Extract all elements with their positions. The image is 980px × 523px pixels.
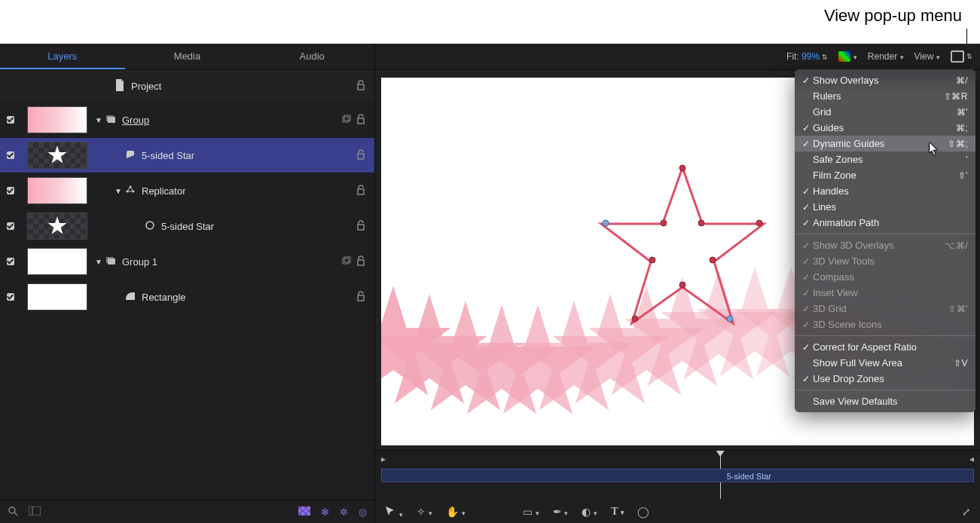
layer-row-group[interactable]: ▼Group bbox=[0, 102, 374, 138]
out-marker-icon[interactable]: ◂ bbox=[969, 454, 974, 464]
gear-icon[interactable]: ✻ bbox=[321, 506, 329, 518]
menu-item-label: Use Drop Zones bbox=[813, 373, 968, 384]
view-options-popup[interactable]: ⇅ bbox=[951, 50, 972, 63]
render-popup[interactable]: Render ▾ bbox=[868, 51, 904, 62]
menu-item-lines[interactable]: ✓Lines bbox=[795, 199, 975, 215]
disclosure-triangle-icon[interactable]: ▼ bbox=[93, 116, 104, 124]
svg-rect-20 bbox=[307, 509, 310, 512]
select-tool-icon[interactable]: ▾ bbox=[384, 505, 403, 519]
menu-item-label: Show Full View Area bbox=[813, 357, 954, 369]
enable-checkbox[interactable] bbox=[0, 290, 21, 304]
menu-item-safe-zones[interactable]: Safe Zones' bbox=[795, 151, 975, 167]
pan-tool-icon[interactable]: ✋ ▾ bbox=[446, 506, 466, 518]
control-point[interactable] bbox=[649, 257, 656, 264]
menu-item-grid[interactable]: Grid⌘' bbox=[795, 104, 975, 120]
menu-item-save-view-defaults[interactable]: Save View Defaults bbox=[795, 393, 975, 409]
lock-icon[interactable] bbox=[353, 291, 368, 304]
project-label: Project bbox=[131, 81, 353, 92]
menu-item-label: 3D Grid bbox=[813, 303, 948, 314]
gear-icon-2[interactable]: ✲ bbox=[340, 506, 348, 518]
layer-row-replicator[interactable]: ▼Replicator bbox=[0, 173, 374, 209]
layer-row-star-source[interactable]: 5-sided Star bbox=[0, 209, 374, 244]
lock-icon[interactable] bbox=[353, 80, 368, 93]
disclosure-triangle-icon[interactable]: ▼ bbox=[93, 258, 104, 266]
mask-tool-icon[interactable]: ◐ ▾ bbox=[582, 506, 597, 518]
menu-item-handles[interactable]: ✓Handles bbox=[795, 183, 975, 199]
checkmark-icon: ✓ bbox=[799, 320, 813, 330]
chevron-updown-icon: ⇅ bbox=[966, 53, 972, 60]
tab-audio[interactable]: Audio bbox=[249, 44, 374, 69]
pass-through-icon[interactable] bbox=[340, 115, 353, 125]
pass-through-icon[interactable] bbox=[340, 256, 353, 267]
enable-checkbox[interactable] bbox=[0, 113, 21, 127]
layer-row-project[interactable]: Project bbox=[0, 70, 374, 102]
in-marker-icon[interactable]: ▸ bbox=[381, 454, 386, 464]
lock-icon[interactable] bbox=[353, 185, 368, 197]
svg-rect-21 bbox=[298, 512, 301, 515]
menu-item-rulers[interactable]: Rulers⇧⌘R bbox=[795, 88, 975, 104]
menu-item-dynamic-guides[interactable]: ✓Dynamic Guides⇧⌘; bbox=[795, 136, 975, 151]
lock-icon[interactable] bbox=[353, 220, 368, 233]
layer-thumbnail bbox=[27, 283, 87, 310]
timeline-ruler[interactable]: ▸ ◂ bbox=[375, 451, 980, 467]
menu-item-film-zone[interactable]: Film Zone⇧' bbox=[795, 167, 975, 183]
disclosure-triangle-icon[interactable]: ▼ bbox=[113, 187, 124, 195]
tab-layers[interactable]: Layers bbox=[0, 44, 125, 69]
tab-media[interactable]: Media bbox=[125, 44, 250, 69]
rect-icon bbox=[124, 292, 137, 303]
menu-item-shortcut: ⇧' bbox=[958, 170, 968, 181]
menu-item-show-overlays[interactable]: ✓Show Overlays⌘/ bbox=[795, 72, 975, 88]
menu-item-show-full-view-area[interactable]: Show Full View Area⇧V bbox=[795, 355, 975, 371]
layer-row-star-shape[interactable]: 5-sided Star bbox=[0, 138, 374, 173]
layer-label: Group bbox=[122, 115, 340, 126]
fit-control[interactable]: Fit: 99% ⇅ bbox=[786, 51, 828, 62]
circle-outline-icon bbox=[143, 220, 157, 233]
menu-item-label: Show 3D Overlays bbox=[813, 240, 945, 251]
selected-star-outline[interactable] bbox=[592, 161, 773, 341]
enable-checkbox[interactable] bbox=[0, 184, 21, 197]
menu-item-guides[interactable]: ✓Guides⌘; bbox=[795, 120, 975, 136]
checkmark-icon: ✓ bbox=[799, 288, 813, 298]
enable-checkbox[interactable] bbox=[0, 219, 21, 233]
lock-icon[interactable] bbox=[353, 114, 368, 127]
layer-row-rectangle[interactable]: Rectangle bbox=[0, 280, 374, 315]
enable-checkbox[interactable] bbox=[0, 148, 21, 162]
checkmark-icon: ✓ bbox=[799, 123, 813, 133]
view-popup-text[interactable]: View ▾ bbox=[914, 51, 940, 62]
search-icon[interactable] bbox=[8, 506, 18, 518]
control-point[interactable] bbox=[698, 220, 705, 227]
menu-item-label: Film Zone bbox=[813, 170, 958, 181]
text-tool-icon[interactable]: T ▾ bbox=[611, 506, 624, 518]
checker-icon[interactable] bbox=[298, 506, 310, 518]
colorspace-popup[interactable]: ▾ bbox=[838, 51, 856, 63]
shape-tool-icon[interactable]: ◯ bbox=[637, 506, 649, 518]
control-point[interactable] bbox=[661, 220, 667, 227]
control-point[interactable] bbox=[710, 257, 716, 264]
control-point[interactable] bbox=[679, 165, 686, 172]
menu-item-label: Save View Defaults bbox=[813, 396, 968, 407]
lock-icon[interactable] bbox=[353, 255, 368, 268]
control-point[interactable] bbox=[756, 220, 763, 227]
layer-row-group1[interactable]: ▼Group 1 bbox=[0, 244, 374, 280]
control-point[interactable] bbox=[727, 316, 734, 323]
lock-icon[interactable] bbox=[353, 149, 368, 162]
svg-line-13 bbox=[14, 512, 17, 515]
svg-point-12 bbox=[9, 507, 15, 513]
pen-tool-icon[interactable]: ✒ ▾ bbox=[553, 506, 569, 518]
control-point[interactable] bbox=[679, 282, 686, 289]
chevron-down-icon: ▾ bbox=[853, 54, 857, 61]
enable-checkbox[interactable] bbox=[0, 255, 21, 268]
control-point[interactable] bbox=[603, 220, 609, 227]
edit-points-tool-icon[interactable]: ✧ ▾ bbox=[417, 506, 432, 518]
menu-item-use-drop-zones[interactable]: ✓Use Drop Zones bbox=[795, 371, 975, 387]
menu-item-label: Lines bbox=[813, 201, 968, 213]
control-point[interactable] bbox=[632, 316, 639, 323]
circles-icon[interactable]: ◎ bbox=[359, 506, 367, 518]
rect-tool-icon[interactable]: ▭ ▾ bbox=[523, 506, 539, 518]
menu-item-animation-path[interactable]: ✓Animation Path bbox=[795, 215, 975, 231]
expand-icon[interactable]: ⤢ bbox=[962, 506, 971, 518]
layout-icon[interactable] bbox=[29, 506, 41, 518]
menu-item-3d-scene-icons: ✓3D Scene Icons bbox=[795, 317, 975, 332]
menu-item-correct-for-aspect-ratio[interactable]: ✓Correct for Aspect Ratio bbox=[795, 339, 975, 355]
timeline-clip[interactable]: 5-sided Star bbox=[381, 469, 974, 482]
